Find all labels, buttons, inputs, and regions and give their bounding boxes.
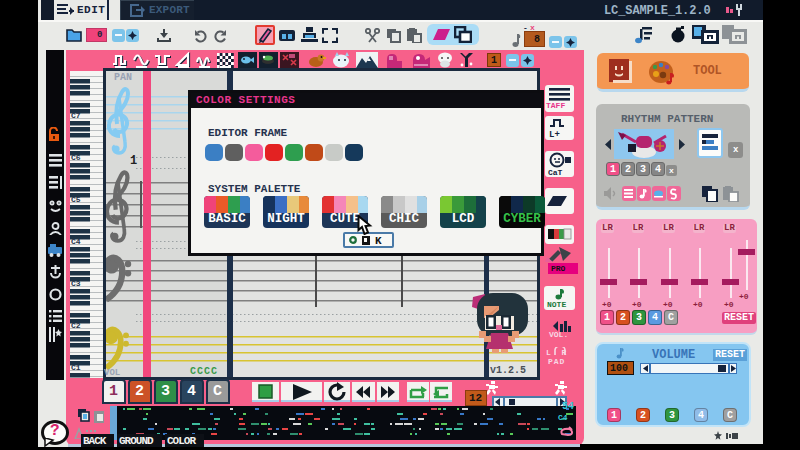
- svg-text:1: 1: [130, 154, 137, 168]
- svg-text:NOTE: NOTE: [547, 300, 566, 309]
- svg-text:CaT: CaT: [548, 168, 563, 177]
- svg-text:L+: L+: [549, 130, 560, 140]
